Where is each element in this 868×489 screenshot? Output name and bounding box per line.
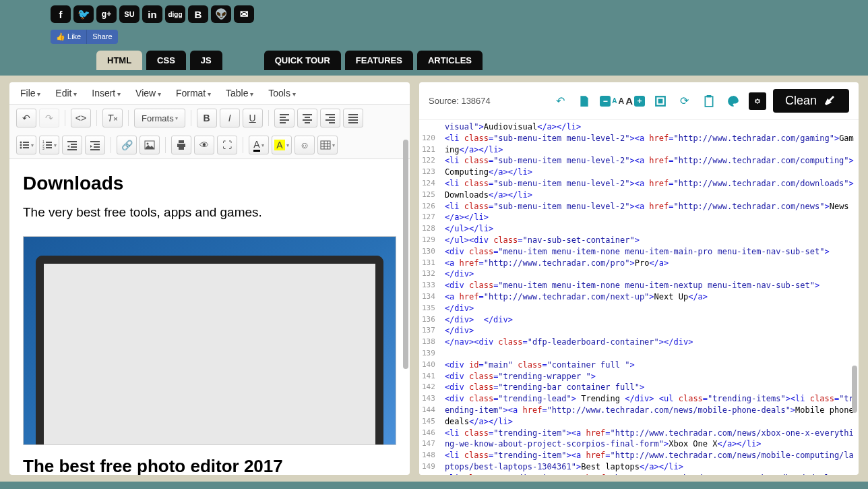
numberlist-button[interactable]: 123: [39, 136, 59, 154]
editor-toolbar: ↶ ↷ <> T× Formats B I U 123 🔗: [9, 105, 410, 159]
stumbleupon-icon[interactable]: SU: [119, 5, 140, 23]
main-tabs: HTML CSS JS QUICK TOUR FEATURES ARTICLES: [51, 51, 868, 70]
broom-icon: [824, 94, 837, 108]
formats-dropdown[interactable]: Formats: [134, 109, 185, 127]
image-button[interactable]: [140, 136, 160, 154]
social-icons: f 🐦 g+ SU in digg B 👽 ✉: [51, 5, 868, 23]
alignleft-button[interactable]: [274, 109, 294, 127]
tab-quicktour[interactable]: QUICK TOUR: [264, 51, 341, 70]
digg-icon[interactable]: digg: [165, 5, 185, 23]
fb-like-widget: 👍 Like Share: [51, 30, 118, 44]
tab-articles[interactable]: ARTICLES: [417, 51, 483, 70]
topbar: f 🐦 g+ SU in digg B 👽 ✉ 👍 Like Share HTM…: [0, 0, 868, 76]
alignright-button[interactable]: [320, 109, 340, 127]
clean-button[interactable]: Clean: [773, 89, 849, 113]
menu-view[interactable]: View: [135, 88, 161, 98]
tab-css[interactable]: CSS: [146, 51, 186, 70]
italic-button[interactable]: I: [220, 109, 240, 127]
menu-tools[interactable]: Tools: [268, 88, 295, 98]
redo-button[interactable]: ↷: [39, 109, 59, 127]
line-gutter: 1201211221231241251261271281291301311321…: [419, 120, 441, 475]
clearformat-button[interactable]: T×: [102, 109, 123, 127]
bulletlist-button[interactable]: [16, 136, 36, 154]
preview-button[interactable]: 👁: [194, 136, 214, 154]
fontsize-control: − AAA +: [600, 95, 645, 107]
bold-button[interactable]: B: [197, 109, 217, 127]
link-button[interactable]: 🔗: [117, 136, 137, 154]
article-h1: Downloads: [23, 173, 396, 194]
article-h2: The best free photo editor 2017: [23, 456, 396, 475]
textcolor-button[interactable]: A: [249, 136, 269, 154]
menu-file[interactable]: File: [20, 88, 40, 98]
workarea: File Edit Insert View Format Table Tools…: [0, 76, 868, 482]
sourcecode-button[interactable]: <>: [71, 109, 91, 127]
linkedin-icon[interactable]: in: [142, 5, 162, 23]
svg-point-1: [20, 144, 22, 146]
scrollbar-thumb[interactable]: [403, 140, 408, 369]
editor-content[interactable]: Downloads The very best free tools, apps…: [9, 159, 410, 475]
svg-rect-11: [705, 96, 712, 107]
source-header: Source: 138674 ↶ − AAA + ⟳ Clean: [419, 82, 859, 120]
svg-point-2: [20, 147, 22, 149]
article-hero-image: [23, 236, 396, 445]
indent-button[interactable]: [85, 136, 105, 154]
tab-html[interactable]: HTML: [96, 51, 142, 70]
scrollbar-thumb[interactable]: [852, 366, 857, 413]
facebook-icon[interactable]: f: [51, 5, 71, 23]
twitter-icon[interactable]: 🐦: [73, 5, 94, 23]
svg-rect-10: [658, 98, 663, 103]
undo-source-button[interactable]: ↶: [551, 92, 569, 110]
palette-button[interactable]: [724, 92, 742, 110]
code-editor[interactable]: 1201211221231241251261271281291301311321…: [419, 120, 859, 475]
fullscreen-button[interactable]: ⛶: [217, 136, 237, 154]
print-button[interactable]: [171, 136, 191, 154]
justify-button[interactable]: [343, 109, 363, 127]
fb-share-button[interactable]: Share: [87, 30, 117, 44]
svg-rect-12: [707, 95, 712, 97]
underline-button[interactable]: U: [243, 109, 263, 127]
blogger-icon[interactable]: B: [188, 5, 208, 23]
menu-format[interactable]: Format: [176, 88, 211, 98]
email-icon[interactable]: ✉: [234, 5, 254, 23]
table-button[interactable]: [317, 136, 338, 154]
fontsize-plus[interactable]: +: [634, 96, 645, 107]
svg-rect-8: [321, 141, 330, 149]
newdoc-button[interactable]: [576, 92, 593, 110]
code-body[interactable]: visual">Audiovisual</a></li><li class="s…: [441, 120, 859, 475]
undo-button[interactable]: ↶: [16, 109, 36, 127]
source-panel: Source: 138674 ↶ − AAA + ⟳ Clean 1201211…: [419, 82, 859, 475]
wysiwyg-panel: File Edit Insert View Format Table Tools…: [9, 82, 410, 475]
googleplus-icon[interactable]: g+: [96, 5, 117, 23]
compress-button[interactable]: [652, 92, 669, 110]
outdent-button[interactable]: [62, 136, 82, 154]
svg-point-7: [147, 143, 149, 145]
reddit-icon[interactable]: 👽: [211, 5, 231, 23]
svg-text:3: 3: [42, 146, 44, 150]
tab-features[interactable]: FEATURES: [345, 51, 413, 70]
refresh-button[interactable]: ⟳: [676, 92, 693, 110]
settings-button[interactable]: [749, 92, 766, 110]
source-label: Source: 138674: [429, 96, 545, 106]
fb-like-button[interactable]: 👍 Like: [51, 30, 87, 44]
fontsize-minus[interactable]: −: [600, 96, 611, 107]
bgcolor-button[interactable]: A: [272, 136, 292, 154]
menu-insert[interactable]: Insert: [92, 88, 121, 98]
tab-js[interactable]: JS: [190, 51, 222, 70]
emoticon-button[interactable]: ☺: [294, 136, 315, 154]
aligncenter-button[interactable]: [297, 109, 317, 127]
svg-point-0: [20, 142, 22, 144]
menu-edit[interactable]: Edit: [55, 88, 77, 98]
article-intro: The very best free tools, apps and games…: [23, 205, 396, 220]
menu-table[interactable]: Table: [226, 88, 253, 98]
editor-menubar: File Edit Insert View Format Table Tools: [9, 82, 410, 105]
clipboard-button[interactable]: [700, 92, 718, 110]
